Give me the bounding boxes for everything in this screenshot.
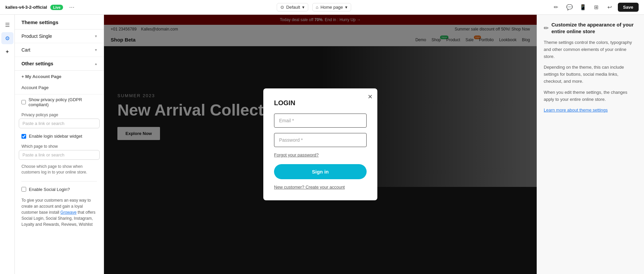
page-home-icon: ⌂ [316,5,319,10]
top-bar-right: ✏ 💬 📱 ⊞ ↩ Save [551,2,639,13]
product-single-item[interactable]: Product Single ▾ [15,29,104,43]
top-bar-left: kalles-v4-3-2-official Live ⋯ [5,2,77,13]
settings-gear-icon: ⚙ [5,35,10,42]
growave-text: To give your customers an easy way to cr… [15,195,104,230]
forgot-password-link[interactable]: Forgot your password? [274,152,367,157]
icon-sidebar: ☰ ⚙ ✦ [0,15,15,274]
main-layout: ☰ ⚙ ✦ Theme settings Product Single ▾ Ca… [0,15,644,274]
create-account-link[interactable]: New customer? Create your account [274,185,367,190]
page-chevron-icon: ▾ [345,5,347,10]
undo-button[interactable]: ↩ [604,2,615,13]
store-preview: Today deal sale off 70%. End in : Hurry … [104,15,537,274]
more-button[interactable]: ⋯ [66,2,77,13]
other-settings-header[interactable]: Other settings ▴ [15,57,104,71]
sidebar-apps-button[interactable]: ✦ [1,46,13,58]
theme-chevron-icon: ▾ [302,5,305,10]
privacy-label: Show privacy policy (GDPR compliant) [29,97,97,107]
theme-globe-icon: ⊙ [280,5,284,10]
enable-login-sidebar-label: Enable login sidebar widget [29,134,82,139]
top-bar-center: ⊙ Default ▾ ⌂ Home page ▾ [277,3,351,11]
top-bar: kalles-v4-3-2-official Live ⋯ ⊙ Default … [0,0,644,15]
preview-area: Today deal sale off 70%. End in : Hurry … [104,15,537,274]
apps-icon: ✦ [5,49,9,55]
save-button[interactable]: Save [618,3,639,12]
undo-icon: ↩ [607,4,612,10]
modal-overlay: LOGIN ✕ Forgot your password? Sign in Ne… [104,15,537,274]
modal-close-button[interactable]: ✕ [368,93,373,100]
learn-more-link[interactable]: Learn more about theme settings [544,108,608,113]
which-page-input[interactable] [22,152,96,157]
my-account-section: + My Account Page [15,71,104,81]
other-settings-label: Other settings [21,61,53,66]
right-panel-pencil-icon: ✏ [544,24,549,32]
divider-1 [21,181,97,182]
cart-item[interactable]: Cart ▾ [15,43,104,57]
theme-settings-header: Theme settings [15,15,104,29]
grid-icon-button[interactable]: ⊞ [591,2,602,13]
right-panel-body-3: When you edit theme settings, the change… [544,89,637,103]
theme-selector[interactable]: ⊙ Default ▾ [277,3,308,11]
cart-chevron: ▾ [95,48,97,52]
product-single-chevron: ▾ [95,34,97,39]
email-input[interactable] [274,114,367,128]
theme-label: Default [286,5,300,10]
more-dots-icon: ⋯ [69,4,74,10]
which-page-field-label: Which page to show [15,141,104,150]
privacy-checkbox-row: Show privacy policy (GDPR compliant) [15,94,104,110]
choose-page-help: Choose which page to show when customers… [15,162,104,179]
enable-social-label: Enable Social Login? [29,187,70,192]
customize-icon-button[interactable]: ✏ [551,2,561,13]
privacy-page-search[interactable] [19,119,100,128]
store-name: kalles-v4-3-2-official [5,5,47,10]
product-single-label: Product Single [21,33,52,39]
which-page-search[interactable] [19,150,100,160]
account-page-item[interactable]: Account Page [15,81,104,94]
live-badge: Live [50,5,63,10]
page-label: Home page [320,5,343,10]
page-selector[interactable]: ⌂ Home page ▾ [312,3,351,11]
sidebar-settings-button[interactable]: ⚙ [1,32,13,44]
my-account-label: + My Account Page [21,74,61,79]
enable-social-row: Enable Social Login? [15,184,104,195]
privacy-page-field-label: Privacy policys page [15,110,104,119]
right-panel-body-1: Theme settings control the colors, typog… [544,39,637,60]
settings-panel: Theme settings Product Single ▾ Cart ▾ O… [15,15,104,274]
password-field-wrap [274,133,367,147]
sign-in-button[interactable]: Sign in [274,164,367,179]
other-settings-chevron: ▴ [95,61,97,66]
password-input[interactable] [274,133,367,147]
right-panel-header: ✏ Customize the appearance of your entir… [544,21,637,35]
growave-link[interactable]: Growave [60,210,76,215]
comments-icon-button[interactable]: 💬 [564,2,575,13]
privacy-checkbox[interactable] [21,100,26,105]
mobile-icon-button[interactable]: 📱 [578,2,588,13]
account-page-label: Account Page [21,85,49,90]
other-settings-content: + My Account Page Account Page Show priv… [15,71,104,230]
enable-social-checkbox[interactable] [21,187,26,192]
sidebar-menu-button[interactable]: ☰ [1,19,13,31]
cart-label: Cart [21,47,30,53]
modal-title: LOGIN [274,99,367,107]
menu-icon: ☰ [5,22,10,28]
enable-login-sidebar-row: Enable login sidebar widget [15,131,104,141]
right-panel-title: Customize the appearance of your entire … [551,21,637,35]
login-modal: LOGIN ✕ Forgot your password? Sign in Ne… [263,88,377,200]
right-panel: ✏ Customize the appearance of your entir… [537,15,644,274]
email-field-wrap [274,114,367,128]
right-panel-body: Theme settings control the colors, typog… [544,39,637,114]
enable-login-sidebar-checkbox[interactable] [21,134,26,139]
privacy-page-input[interactable] [22,121,96,126]
right-panel-body-2: Depending on the theme, this can include… [544,64,637,85]
